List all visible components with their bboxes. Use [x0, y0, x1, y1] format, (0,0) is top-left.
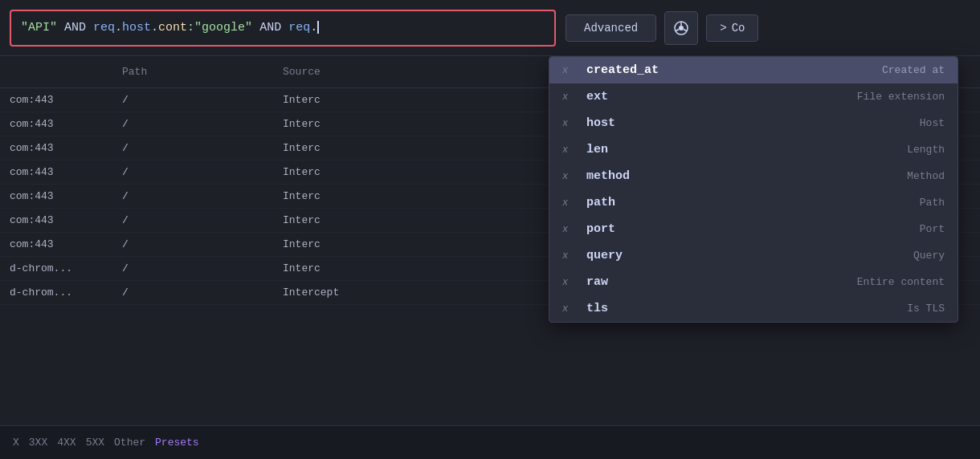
chrome-icon-button[interactable]: [664, 11, 698, 45]
top-bar: "API" AND req.host.cont:"google" AND req…: [0, 0, 980, 56]
cell-path: /: [112, 112, 273, 136]
field-name: host: [586, 116, 848, 130]
field-icon: x: [562, 224, 578, 235]
field-name: len: [586, 143, 848, 156]
field-icon: x: [562, 118, 578, 129]
dropdown-item-ext[interactable]: x ext File extension: [549, 83, 958, 110]
field-name: query: [586, 249, 848, 262]
field-desc: Created at: [848, 64, 945, 76]
col-path: Path: [112, 63, 273, 81]
cell-host: d-chrom...: [0, 257, 112, 280]
field-desc: Entire content: [848, 276, 945, 288]
cell-host: com:443: [0, 209, 112, 232]
status-3xx[interactable]: 3XX: [29, 437, 47, 449]
field-icon: x: [562, 91, 578, 103]
field-icon: x: [562, 250, 578, 262]
field-icon: x: [562, 65, 578, 76]
status-5xx[interactable]: 5XX: [86, 437, 104, 449]
field-desc: Length: [848, 144, 945, 156]
field-icon: x: [562, 171, 578, 182]
svg-point-1: [679, 26, 684, 30]
cell-path: /: [112, 185, 273, 208]
cell-host: com:443: [0, 233, 112, 256]
field-icon: x: [562, 144, 578, 156]
field-name: method: [586, 169, 848, 183]
field-desc: Method: [848, 170, 945, 182]
cell-host: com:443: [0, 88, 112, 112]
field-desc: File extension: [848, 91, 945, 103]
terminal-button[interactable]: > Co: [706, 14, 758, 42]
field-icon: x: [562, 277, 578, 288]
autocomplete-dropdown: x created_at Created at x ext File exten…: [549, 56, 958, 323]
dropdown-item-created-at[interactable]: x created_at Created at: [549, 57, 958, 83]
field-icon: x: [562, 303, 578, 315]
field-name: tls: [586, 302, 848, 315]
field-icon: x: [562, 197, 578, 209]
cell-path: /: [112, 160, 273, 184]
field-name: ext: [586, 90, 848, 104]
field-name: raw: [586, 275, 848, 289]
search-input-container[interactable]: "API" AND req.host.cont:"google" AND req…: [10, 10, 556, 47]
field-desc: Port: [848, 223, 945, 235]
cell-path: /: [112, 281, 273, 304]
dropdown-item-path[interactable]: x path Path: [549, 189, 958, 216]
cell-host: com:443: [0, 136, 112, 160]
co-label: Co: [732, 22, 745, 35]
dropdown-item-host[interactable]: x host Host: [549, 110, 958, 136]
status-bar: X 3XX 4XX 5XX Other Presets: [0, 425, 980, 459]
field-desc: Is TLS: [848, 303, 945, 315]
cell-source: Interc: [273, 160, 434, 184]
cell-host: com:443: [0, 112, 112, 136]
status-other[interactable]: Other: [114, 437, 145, 449]
cell-host: com:443: [0, 160, 112, 184]
cell-source: Interc: [273, 185, 434, 208]
status-presets[interactable]: Presets: [155, 437, 199, 449]
cell-source: Interc: [273, 136, 434, 160]
search-query: "API" AND req.host.cont:"google" AND req…: [21, 21, 319, 35]
dropdown-item-raw[interactable]: x raw Entire content: [549, 269, 958, 295]
cell-path: /: [112, 257, 273, 280]
cell-host: com:443: [0, 185, 112, 208]
col-host: [0, 63, 112, 81]
cell-host: d-chrom...: [0, 281, 112, 304]
status-4xx[interactable]: 4XX: [57, 437, 76, 449]
dropdown-item-method[interactable]: x method Method: [549, 163, 958, 189]
cell-source: Interc: [273, 112, 434, 136]
advanced-button[interactable]: Advanced: [566, 14, 656, 42]
cell-source: Interc: [273, 233, 434, 256]
svg-line-3: [684, 29, 687, 31]
dropdown-item-len[interactable]: x len Length: [549, 136, 958, 163]
arrow-icon: >: [720, 22, 726, 35]
cell-path: /: [112, 233, 273, 256]
cell-source: Interc: [273, 88, 434, 112]
field-desc: Host: [848, 117, 945, 129]
svg-line-4: [676, 29, 679, 31]
field-name: port: [586, 222, 848, 236]
cell-source: Intercept: [273, 281, 434, 304]
col-source: Source: [273, 63, 434, 81]
field-desc: Query: [848, 250, 945, 262]
cell-source: Interc: [273, 209, 434, 232]
cell-path: /: [112, 209, 273, 232]
field-name: path: [586, 196, 848, 209]
dropdown-item-port[interactable]: x port Port: [549, 216, 958, 242]
cell-path: /: [112, 136, 273, 160]
status-x[interactable]: X: [13, 437, 19, 449]
field-desc: Path: [848, 197, 945, 209]
dropdown-item-query[interactable]: x query Query: [549, 242, 958, 269]
cell-path: /: [112, 88, 273, 112]
cell-source: Interc: [273, 257, 434, 280]
field-name: created_at: [586, 63, 848, 77]
dropdown-item-tls[interactable]: x tls Is TLS: [549, 295, 958, 322]
